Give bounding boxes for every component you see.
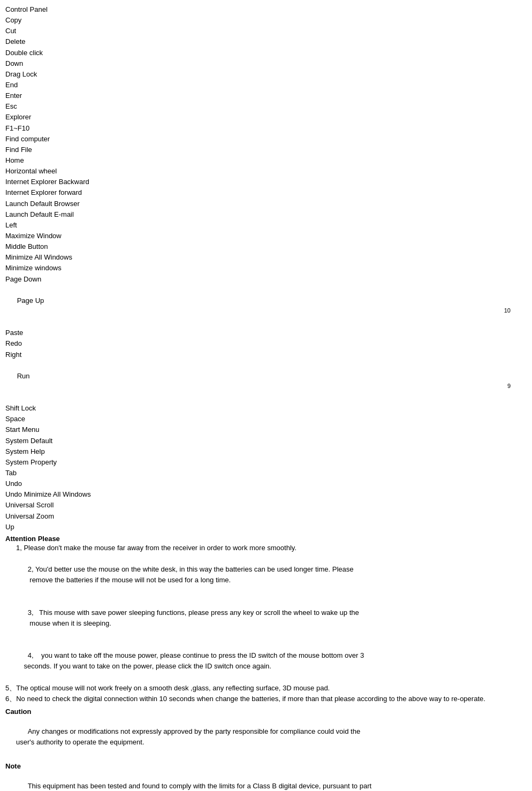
list-item: Minimize windows bbox=[5, 263, 527, 273]
list-item: Launch Default Browser bbox=[5, 199, 527, 209]
list-item: Right bbox=[5, 349, 527, 360]
attention-text-4: 4, you want to take off the mouse power,… bbox=[16, 651, 364, 670]
attention-item-6: 6、No need to check the digital connectio… bbox=[5, 694, 527, 704]
list-item: Universal Scroll bbox=[5, 500, 527, 511]
list-item: Minimize All Windows bbox=[5, 252, 527, 263]
list-item: System Help bbox=[5, 446, 527, 457]
run-label: Run bbox=[17, 372, 30, 380]
list-item: Enter bbox=[5, 90, 527, 101]
page-up-label: Page Up bbox=[17, 296, 44, 305]
attention-text-6: 6、No need to check the digital connectio… bbox=[5, 695, 485, 703]
attention-item-3: 3, This mouse with save power sleeping f… bbox=[5, 597, 527, 640]
list-item: Drag Lock bbox=[5, 69, 527, 80]
list-item: Home bbox=[5, 155, 527, 166]
list-item-page-up: Page Up 10 bbox=[5, 285, 527, 328]
list-item: Find computer bbox=[5, 134, 527, 144]
list-item: Page Down bbox=[5, 274, 527, 285]
page-number-10: 10 bbox=[504, 306, 511, 315]
list-item: Start Menu bbox=[5, 424, 527, 435]
attention-item-1: 1, Please don't make the mouse far away … bbox=[5, 543, 527, 553]
attention-item-4: 4, you want to take off the mouse power,… bbox=[5, 640, 527, 683]
list-item: Esc bbox=[5, 101, 527, 112]
note-section: Note This equipment has been tested and … bbox=[5, 762, 527, 791]
list-item: Paste bbox=[5, 328, 527, 338]
list-item: F1~F10 bbox=[5, 123, 527, 134]
list-item: Undo Minimize All Windows bbox=[5, 489, 527, 500]
list-item: Delete bbox=[5, 36, 527, 47]
list-item: Maximize Window bbox=[5, 231, 527, 241]
list-item: Cut bbox=[5, 26, 527, 36]
attention-text-3: 3, This mouse with save power sleeping f… bbox=[16, 609, 359, 627]
attention-text-1: 1, Please don't make the mouse far away … bbox=[16, 544, 297, 552]
list-item: System Default bbox=[5, 436, 527, 446]
list-item: Control Panel bbox=[5, 4, 527, 15]
list-item: Explorer bbox=[5, 112, 527, 123]
list-item: Launch Default E-mail bbox=[5, 209, 527, 220]
list-item: Double click bbox=[5, 48, 527, 58]
list-item: Down bbox=[5, 58, 527, 69]
attention-item-2: 2, You'd better use the mouse on the whi… bbox=[5, 553, 527, 597]
list-item: Copy bbox=[5, 15, 527, 26]
list-item: Universal Zoom bbox=[5, 511, 527, 522]
list-item: Tab bbox=[5, 468, 527, 478]
note-heading: Note bbox=[5, 762, 21, 770]
list-item: Space bbox=[5, 414, 527, 424]
list-item: Middle Button bbox=[5, 241, 527, 252]
list-item: Left bbox=[5, 220, 527, 231]
list-item: System Property bbox=[5, 457, 527, 468]
page-number-9: 9 bbox=[507, 382, 511, 391]
list-item: Internet Explorer forward bbox=[5, 187, 527, 198]
caution-heading: Caution bbox=[5, 708, 31, 716]
commands-list: Control Panel Copy Cut Delete Double cli… bbox=[5, 4, 527, 533]
main-content: Control Panel Copy Cut Delete Double cli… bbox=[5, 4, 527, 791]
list-item: Undo bbox=[5, 478, 527, 489]
list-item: Internet Explorer Backward bbox=[5, 177, 527, 187]
list-item: Shift Lock bbox=[5, 403, 527, 414]
attention-section: Attention Please 1, Please don't make th… bbox=[5, 535, 527, 704]
list-item: Redo bbox=[5, 338, 527, 349]
attention-text-5: 5、The optical mouse will not work freely… bbox=[5, 684, 330, 692]
attention-heading: Attention Please bbox=[5, 535, 60, 543]
list-item: End bbox=[5, 80, 527, 90]
list-item-run: Run 9 bbox=[5, 360, 527, 404]
attention-text-2: 2, You'd better use the mouse on the whi… bbox=[16, 565, 353, 584]
caution-text: Any changes or modifications not express… bbox=[5, 716, 527, 759]
note-para-1: This equipment has been tested and found… bbox=[5, 770, 527, 791]
list-item: Up bbox=[5, 522, 527, 533]
list-item: Find File bbox=[5, 144, 527, 155]
list-item: Horizontal wheel bbox=[5, 166, 527, 177]
caution-section: Caution Any changes or modifications not… bbox=[5, 708, 527, 759]
attention-item-5: 5、The optical mouse will not work freely… bbox=[5, 683, 527, 694]
